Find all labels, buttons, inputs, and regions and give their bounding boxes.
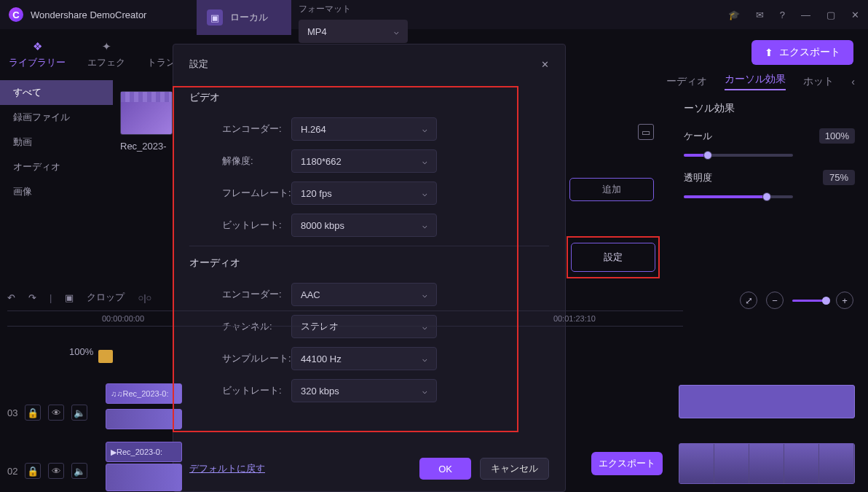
- track-number: 02: [7, 466, 17, 477]
- cursor-effect-title: ーソル効果: [684, 102, 855, 115]
- folder-icon[interactable]: ▭: [638, 124, 654, 140]
- mail-icon[interactable]: ✉: [756, 9, 764, 20]
- right-tab-hot[interactable]: ホット: [803, 75, 834, 88]
- timecode-right: 00:01:23:10: [553, 314, 596, 323]
- help-icon[interactable]: ?: [780, 9, 785, 20]
- learn-icon[interactable]: 🎓: [728, 9, 740, 20]
- zoom-pct: 100%: [69, 346, 93, 357]
- library-icon: ❖: [33, 40, 42, 53]
- framerate-label: フレームレート:: [189, 187, 291, 200]
- timecode-left: 00:00:00:00: [102, 314, 144, 323]
- zoom-out-icon[interactable]: −: [766, 292, 784, 309]
- framerate-select[interactable]: 120 fps⌵: [291, 181, 437, 205]
- scale-slider[interactable]: [684, 154, 793, 157]
- format-label: フォーマット: [299, 3, 408, 15]
- track-row-03: 03 🔒 👁 🔈 ♫♫ Rec_2023-0:: [7, 383, 683, 442]
- video-bitrate-label: ビットレート:: [189, 219, 291, 232]
- local-disk-icon: ▣: [207, 9, 223, 26]
- media-thumbnail[interactable]: Rec_2023-: [120, 91, 173, 152]
- chevron-down-icon: ⌵: [422, 221, 427, 230]
- crop-icon[interactable]: ▣: [65, 292, 74, 303]
- right-tab-audio[interactable]: ーディオ: [666, 75, 707, 88]
- video-section-header: ビデオ: [189, 91, 549, 104]
- maximize-icon[interactable]: ▢: [826, 9, 835, 20]
- settings-button[interactable]: 設定: [571, 243, 655, 272]
- app-title: Wondershare DemoCreator: [31, 9, 146, 20]
- lock-icon[interactable]: 🔒: [25, 463, 41, 479]
- opacity-slider[interactable]: [684, 195, 793, 198]
- track-row-02: 02 🔒 👁 🔈 ▶ Rec_2023-0:: [7, 442, 683, 492]
- redo-icon[interactable]: ↷: [28, 292, 36, 303]
- resolution-select[interactable]: 1180*662⌵: [291, 149, 437, 173]
- eye-icon[interactable]: 👁: [48, 405, 64, 421]
- right-tab-caret[interactable]: ‹: [851, 76, 855, 87]
- fit-icon[interactable]: ⤢: [740, 292, 757, 309]
- sidebar-item-recordings[interactable]: 録画ファイル: [0, 105, 113, 130]
- clip-thumbs[interactable]: [106, 464, 182, 491]
- titlebar: C Wondershare DemoCreator 🎓 ✉ ? — ▢ ✕: [0, 0, 868, 29]
- chevron-down-icon: ⌵: [422, 189, 427, 198]
- chevron-down-icon: ⌵: [422, 157, 427, 166]
- zoom-slider[interactable]: [792, 300, 827, 302]
- scale-label: ケール: [684, 130, 712, 143]
- sidebar-item-video[interactable]: 動画: [0, 130, 113, 155]
- clip-audio-waveform[interactable]: ♫♫ Rec_2023-0:: [106, 383, 182, 404]
- close-icon[interactable]: ✕: [851, 9, 859, 20]
- chevron-down-icon: ⌵: [394, 27, 399, 36]
- format-select[interactable]: MP4 ⌵: [299, 20, 408, 43]
- track-number: 03: [7, 407, 17, 418]
- app-logo: C: [9, 7, 23, 22]
- clip-video[interactable]: ▶ Rec_2023-0:: [106, 442, 182, 462]
- upload-icon: ⬆: [765, 47, 773, 58]
- export-button-top[interactable]: ⬆ エクスポート: [751, 40, 853, 65]
- video-bitrate-select[interactable]: 8000 kbps⌵: [291, 214, 437, 237]
- dialog-title: 設定: [189, 58, 208, 71]
- local-tab-label: ローカル: [230, 11, 268, 24]
- clip-segment[interactable]: [106, 409, 182, 429]
- eye-icon[interactable]: 👁: [48, 463, 64, 479]
- mute-icon[interactable]: 🔈: [71, 405, 87, 421]
- minimize-icon[interactable]: —: [801, 9, 810, 20]
- sidebar-item-all[interactable]: すべて: [0, 80, 113, 105]
- timeline: ↶ ↷ | ▣ クロップ ○|○ 00:00:00:00 00:01:23:10…: [7, 284, 683, 488]
- chevron-down-icon: ⌵: [422, 125, 427, 134]
- undo-icon[interactable]: ↶: [7, 292, 15, 303]
- dialog-close-icon[interactable]: ✕: [541, 59, 549, 70]
- sidebar-item-image[interactable]: 画像: [0, 179, 113, 204]
- add-button[interactable]: 追加: [569, 178, 654, 201]
- sparkle-icon: ✦: [102, 40, 111, 53]
- track-clip-right-02[interactable]: [679, 443, 855, 484]
- zoom-in-icon[interactable]: +: [836, 292, 853, 309]
- right-tab-cursor[interactable]: カーソル効果: [725, 73, 786, 90]
- scale-value: 100%: [819, 128, 855, 144]
- playhead-marker[interactable]: [98, 350, 113, 363]
- tab-library[interactable]: ❖ ライブラリー: [9, 40, 66, 69]
- opacity-label: 透明度: [684, 171, 712, 184]
- export-local-tab[interactable]: ▣ ローカル: [197, 0, 291, 35]
- opacity-value: 75%: [823, 170, 855, 185]
- lock-icon[interactable]: 🔒: [25, 405, 41, 421]
- tab-effects[interactable]: ✦ エフェク: [87, 40, 125, 69]
- audio-section-header: オーディオ: [189, 257, 549, 270]
- crop-label[interactable]: クロップ: [87, 291, 125, 304]
- video-encoder-select[interactable]: H.264⌵: [291, 117, 437, 141]
- timeline-ruler[interactable]: 00:00:00:00 00:01:23:10: [7, 311, 683, 327]
- video-encoder-label: エンコーダー:: [189, 122, 291, 136]
- format-value: MP4: [307, 26, 327, 37]
- mute-icon[interactable]: 🔈: [71, 463, 87, 479]
- sidebar-item-audio[interactable]: オーディオ: [0, 155, 113, 179]
- resolution-label: 解像度:: [189, 155, 291, 168]
- thumb-label: Rec_2023-: [120, 141, 173, 152]
- track-clip-right-03[interactable]: [679, 385, 855, 418]
